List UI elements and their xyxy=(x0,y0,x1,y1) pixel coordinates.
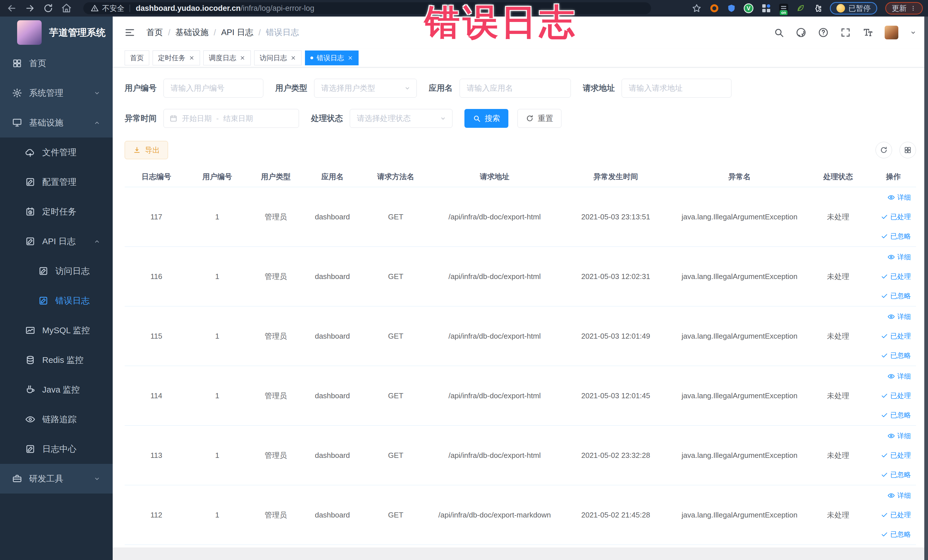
breadcrumb-item-2[interactable]: API 日志 xyxy=(221,27,253,38)
tab-4[interactable]: 错误日志 xyxy=(305,50,359,65)
monitor-icon xyxy=(12,117,22,128)
sidebar-item-config[interactable]: 配置管理 xyxy=(0,167,113,197)
sidebar-item-system[interactable]: 系统管理 xyxy=(0,78,113,108)
blue-shield-extension-icon[interactable] xyxy=(727,4,736,12)
sidebar-logo[interactable]: 芋道管理系统 xyxy=(0,17,113,49)
row-action-detail[interactable]: 详细 xyxy=(887,193,911,202)
sidebar-item-file[interactable]: 文件管理 xyxy=(0,137,113,167)
breadcrumb-item-0[interactable]: 首页 xyxy=(147,27,163,38)
row-action-ignored[interactable]: 已忽略 xyxy=(881,291,911,301)
row-actions: 详细已处理已忽略 xyxy=(871,312,916,360)
row-action-detail[interactable]: 详细 xyxy=(887,372,911,381)
user-avatar[interactable] xyxy=(885,26,898,40)
row-action-processed[interactable]: 已处理 xyxy=(881,391,911,400)
sidebar-item-home[interactable]: 首页 xyxy=(0,49,113,78)
sidebar-item-infra[interactable]: 基础设施 xyxy=(0,108,113,137)
sidebar-item-redis[interactable]: Redis 监控 xyxy=(0,345,113,375)
orange-ring-extension-icon[interactable] xyxy=(710,3,719,13)
user-type-select[interactable]: 请选择用户类型 xyxy=(314,79,417,98)
tab-close-icon[interactable] xyxy=(189,55,195,61)
row-action-detail[interactable]: 详细 xyxy=(887,431,911,441)
browser-menu-icon[interactable] xyxy=(910,4,916,12)
row-action-ignored[interactable]: 已忽略 xyxy=(881,232,911,241)
edit-icon xyxy=(38,296,49,306)
tab-close-icon[interactable] xyxy=(290,55,296,61)
row-action-processed[interactable]: 已处理 xyxy=(881,510,911,519)
browser-back-icon[interactable] xyxy=(6,3,17,14)
sidebar-item-api-log[interactable]: API 日志 xyxy=(0,226,113,256)
search-icon[interactable] xyxy=(773,27,784,38)
grid-extension-icon[interactable] xyxy=(762,3,771,13)
sidebar-item-job[interactable]: 定时任务 xyxy=(0,197,113,226)
avatar-caret-down-icon[interactable] xyxy=(910,29,917,36)
fullscreen-icon[interactable] xyxy=(840,27,851,38)
row-action-label: 已处理 xyxy=(890,451,911,460)
sidebar-item-trace[interactable]: 链路追踪 xyxy=(0,404,113,434)
github-icon[interactable] xyxy=(796,27,806,38)
sidebar-item-dev-tools[interactable]: 研发工具 xyxy=(0,464,113,493)
process-status-select[interactable]: 请选择处理状态 xyxy=(350,109,452,128)
row-action-ignored[interactable]: 已忽略 xyxy=(881,351,911,360)
edit-icon xyxy=(25,177,35,187)
extensions-puzzle-icon[interactable] xyxy=(813,4,822,13)
sidebar-item-java[interactable]: Java 监控 xyxy=(0,375,113,404)
browser-reload-icon[interactable] xyxy=(43,3,53,14)
eye-icon xyxy=(887,313,895,320)
row-action-processed[interactable]: 已处理 xyxy=(881,272,911,281)
tab-3[interactable]: 访问日志 xyxy=(254,50,302,65)
row-action-label: 已忽略 xyxy=(890,410,911,420)
row-action-ignored[interactable]: 已忽略 xyxy=(881,410,911,420)
app-name-input[interactable] xyxy=(459,79,571,98)
leaf-extension-icon[interactable] xyxy=(796,4,805,12)
row-action-label: 已忽略 xyxy=(890,351,911,360)
cell-method: GET xyxy=(360,451,432,460)
sidebar-item-access-log[interactable]: 访问日志 xyxy=(0,256,113,286)
tab-close-icon[interactable] xyxy=(348,55,353,61)
breadcrumb-item-1[interactable]: 基础设施 xyxy=(176,27,209,38)
page-scrollbar[interactable] xyxy=(924,17,928,560)
row-action-ignored[interactable]: 已忽略 xyxy=(881,530,911,539)
sidebar-item-log-center[interactable]: 日志中心 xyxy=(0,434,113,464)
table-footer-strip xyxy=(113,548,924,560)
filter-row-2: 异常时间 开始日期 - 结束日期 处理状态 请选择处理状态 xyxy=(125,109,916,128)
on-switch-extension-icon[interactable]: on xyxy=(779,4,788,13)
tab-2[interactable]: 调度日志 xyxy=(203,50,251,65)
user-type-placeholder: 请选择用户类型 xyxy=(321,83,375,93)
refresh-table-button[interactable] xyxy=(876,142,892,158)
request-url-input[interactable] xyxy=(621,79,731,98)
row-action-processed[interactable]: 已处理 xyxy=(881,331,911,340)
user-id-input[interactable] xyxy=(163,79,263,98)
help-icon[interactable] xyxy=(818,27,829,38)
tab-1[interactable]: 定时任务 xyxy=(153,50,200,65)
bookmark-star-icon[interactable] xyxy=(692,3,702,13)
green-v-extension-icon[interactable]: V xyxy=(744,3,753,13)
row-action-processed[interactable]: 已处理 xyxy=(881,212,911,221)
sidebar-item-mysql[interactable]: MySQL 监控 xyxy=(0,316,113,345)
tab-close-icon[interactable] xyxy=(240,55,245,61)
cell-time: 2021-05-03 23:13:51 xyxy=(557,212,674,221)
browser-home-icon[interactable] xyxy=(61,3,72,14)
cell-time: 2021-05-03 12:02:31 xyxy=(557,272,674,281)
browser-forward-icon[interactable] xyxy=(24,3,35,14)
column-settings-button[interactable] xyxy=(899,142,916,158)
font-size-icon[interactable] xyxy=(862,27,873,38)
row-action-processed[interactable]: 已处理 xyxy=(881,451,911,460)
reset-button[interactable]: 重置 xyxy=(517,109,562,128)
paused-extension-badge[interactable]: 已暂停 xyxy=(830,2,877,15)
row-action-detail[interactable]: 详细 xyxy=(887,312,911,321)
hamburger-icon[interactable] xyxy=(124,27,136,38)
error-log-table: 日志编号用户编号用户类型应用名请求方法名请求地址异常发生时间异常名处理状态操作 … xyxy=(125,166,916,545)
check-icon xyxy=(881,273,888,280)
row-action-label: 详细 xyxy=(897,252,911,262)
row-action-ignored[interactable]: 已忽略 xyxy=(881,470,911,479)
search-button[interactable]: 搜索 xyxy=(464,109,508,128)
row-action-detail[interactable]: 详细 xyxy=(887,252,911,262)
export-button[interactable]: 导出 xyxy=(125,141,168,159)
sidebar-item-label: MySQL 监控 xyxy=(42,325,90,336)
browser-update-button[interactable]: 更新 xyxy=(885,2,923,15)
sidebar-item-error-log[interactable]: 错误日志 xyxy=(0,286,113,316)
tab-0[interactable]: 首页 xyxy=(125,50,149,65)
exception-time-range-picker[interactable]: 开始日期 - 结束日期 xyxy=(163,109,299,128)
row-action-detail[interactable]: 详细 xyxy=(887,491,911,500)
sidebar-item-label: 研发工具 xyxy=(29,473,63,485)
